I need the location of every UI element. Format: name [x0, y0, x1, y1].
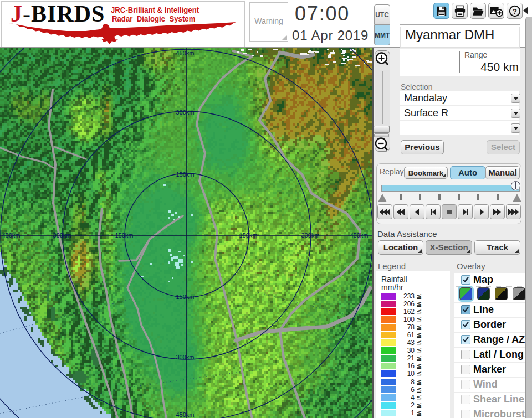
svg-text:300km: 300km: [301, 232, 319, 239]
svg-text:150km: 150km: [239, 232, 257, 239]
svg-text:150km: 150km: [176, 293, 194, 300]
svg-text:300km: 300km: [53, 232, 71, 239]
svg-text:450km: 450km: [2, 232, 20, 239]
svg-text:150km: 150km: [115, 232, 133, 239]
svg-text:300km: 300km: [176, 109, 194, 116]
svg-text:?: ?: [513, 7, 517, 16]
svg-text:150km: 150km: [176, 171, 194, 178]
svg-text:300km: 300km: [176, 354, 194, 360]
svg-text:450km: 450km: [176, 411, 194, 418]
svg-text:450km: 450km: [176, 50, 194, 56]
svg-text:450km: 450km: [350, 232, 368, 239]
